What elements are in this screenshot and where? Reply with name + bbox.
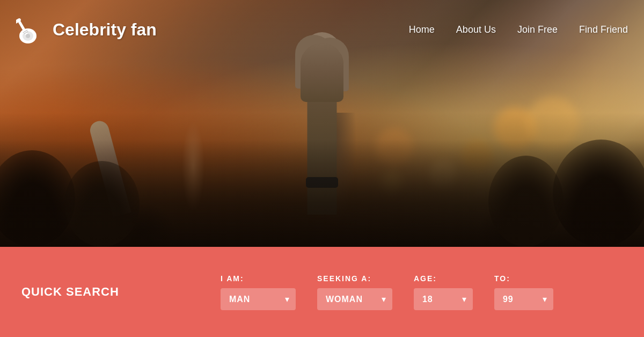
- age-label: AGE:: [414, 274, 437, 283]
- nav-links: Home About Us Join Free Find Friend: [409, 24, 628, 35]
- seeking-select-wrapper: WOMAN MAN: [317, 288, 392, 310]
- age-from-select-wrapper: 18 192025 303540 455055 606570 758085 90…: [414, 288, 473, 310]
- brand-name: Celebrity fan: [53, 20, 157, 40]
- nav-find[interactable]: Find Friend: [579, 24, 628, 35]
- seeking-label: SEEKING A:: [317, 274, 371, 283]
- navbar: Celebrity fan Home About Us Join Free Fi…: [0, 0, 644, 59]
- age-to-group: TO: 99 959085 807570 656055 504540 35302…: [494, 274, 553, 310]
- age-from-select[interactable]: 18 192025 303540 455055 606570 758085 90…: [414, 288, 473, 310]
- guitar-icon: [16, 13, 48, 46]
- svg-point-4: [26, 34, 30, 38]
- nav-join[interactable]: Join Free: [517, 24, 558, 35]
- search-bar: QUICK SEARCH I AM: MAN WOMAN SEEKING A: …: [0, 247, 644, 337]
- seeking-group: SEEKING A: WOMAN MAN: [317, 274, 392, 310]
- age-from-group: AGE: 18 192025 303540 455055 606570 7580…: [414, 274, 473, 310]
- crowd-head-4: [488, 156, 564, 247]
- i-am-label: I AM:: [221, 274, 244, 283]
- age-to-label: TO:: [494, 274, 510, 283]
- i-am-select[interactable]: MAN WOMAN: [221, 288, 296, 310]
- crowd-head-2: [64, 161, 140, 247]
- crowd-head-3: [553, 140, 644, 247]
- nav-about[interactable]: About Us: [456, 24, 496, 35]
- search-fields: I AM: MAN WOMAN SEEKING A: WOMAN MAN AGE…: [151, 274, 623, 310]
- age-to-select[interactable]: 99 959085 807570 656055 504540 353025 20…: [494, 288, 553, 310]
- nav-home[interactable]: Home: [409, 24, 435, 35]
- seeking-select[interactable]: WOMAN MAN: [317, 288, 392, 310]
- logo[interactable]: Celebrity fan: [16, 13, 157, 46]
- i-am-group: I AM: MAN WOMAN: [221, 274, 296, 310]
- age-to-select-wrapper: 99 959085 807570 656055 504540 353025 20…: [494, 288, 553, 310]
- quick-search-label: QUICK SEARCH: [21, 285, 119, 299]
- i-am-select-wrapper: MAN WOMAN: [221, 288, 296, 310]
- hero-section: Celebrity fan Home About Us Join Free Fi…: [0, 0, 644, 247]
